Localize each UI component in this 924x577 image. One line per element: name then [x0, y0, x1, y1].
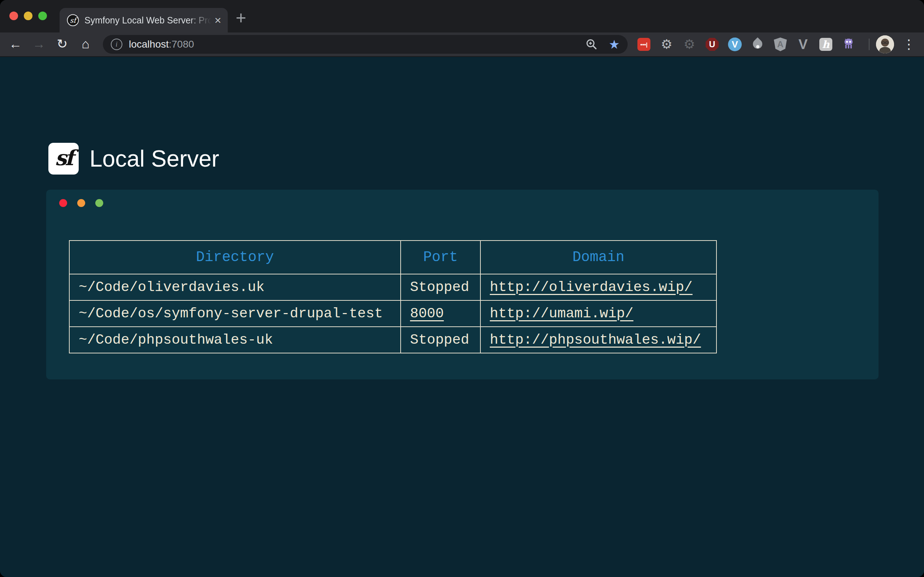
window-minimize-button[interactable] [24, 11, 32, 20]
page-info-icon[interactable]: i [111, 39, 122, 50]
address-bar[interactable]: i localhost:7080 ★ [103, 35, 628, 54]
port-cell: 8000 [401, 300, 480, 327]
lastpass-icon[interactable]: •••| [637, 37, 651, 52]
home-button-icon[interactable]: ⌂ [76, 32, 95, 56]
gear-disabled-icon[interactable]: ⚙ [682, 37, 696, 52]
back-button-icon[interactable]: ← [6, 32, 24, 56]
domain-cell: http://umami.wip/ [480, 300, 716, 327]
extensions-bar: •••|⚙⚙UVAVh [637, 37, 856, 52]
directory-cell: ~/Code/os/symfony-server-drupal-test [69, 300, 401, 327]
panel-dot-green [95, 199, 103, 207]
vue-icon[interactable]: V [796, 37, 810, 52]
port-link[interactable]: 8000 [410, 306, 444, 322]
profile-avatar[interactable] [876, 35, 894, 53]
symfony-favicon-icon: sf [67, 14, 79, 26]
browser-menu-icon[interactable]: ⋮ [901, 37, 916, 52]
panel-dot-red [59, 199, 67, 207]
domain-cell: http://phpsouthwales.wip/ [480, 327, 716, 353]
domain-link[interactable]: http://phpsouthwales.wip/ [490, 332, 701, 348]
reload-button-icon[interactable]: ↻ [53, 32, 71, 56]
symfony-logo-icon: sf [48, 143, 79, 174]
zoom-indicator-icon[interactable] [585, 38, 598, 51]
servers-table: Directory Port Domain ~/Code/oliverdavie… [69, 240, 717, 353]
url-port: :7080 [169, 39, 194, 50]
drupal-icon[interactable] [750, 37, 765, 52]
column-header-port: Port [401, 240, 480, 274]
window-zoom-button[interactable] [38, 11, 47, 20]
table-row: ~/Code/os/symfony-server-drupal-test8000… [69, 300, 716, 327]
column-header-directory: Directory [69, 240, 401, 274]
tab-title: Symfony Local Web Server: Prox [84, 15, 212, 26]
page-title: Local Server [89, 145, 219, 172]
window-controls [10, 11, 47, 20]
window-close-button[interactable] [10, 11, 18, 20]
forward-button-icon: → [30, 32, 48, 56]
angular-icon[interactable]: A [773, 37, 788, 52]
column-header-domain: Domain [480, 240, 716, 274]
port-cell: Stopped [401, 327, 480, 353]
octotree-github-icon[interactable] [842, 37, 856, 52]
bookmark-star-icon[interactable]: ★ [609, 38, 620, 50]
browser-tab[interactable]: sf Symfony Local Web Server: Prox × [60, 8, 228, 32]
page-content: sf Local Server Directory Port Domain ~/… [0, 57, 924, 577]
vimium-icon[interactable]: V [728, 37, 742, 52]
panel-dot-orange [77, 199, 85, 207]
directory-cell: ~/Code/phpsouthwales-uk [69, 327, 401, 353]
server-panel: Directory Port Domain ~/Code/oliverdavie… [46, 190, 879, 379]
browser-toolbar: ← → ↻ ⌂ i localhost:7080 ★ •••|⚙⚙UVAVh [0, 32, 924, 57]
toolbar-separator [869, 39, 869, 50]
directory-cell: ~/Code/oliverdavies.uk [69, 274, 401, 300]
h-extension-icon[interactable]: h [819, 37, 833, 52]
ublock-origin-icon[interactable]: U [705, 37, 719, 52]
table-header-row: Directory Port Domain [69, 240, 716, 274]
new-tab-button[interactable]: + [236, 10, 246, 26]
browser-window: sf Symfony Local Web Server: Prox × + ← … [0, 0, 924, 577]
panel-traffic-dots [59, 199, 103, 207]
url-host: localhost [129, 39, 169, 50]
port-cell: Stopped [401, 274, 480, 300]
table-row: ~/Code/oliverdavies.ukStoppedhttp://oliv… [69, 274, 716, 300]
domain-link[interactable]: http://oliverdavies.wip/ [490, 279, 693, 295]
brand-header: sf Local Server [48, 143, 219, 174]
table-row: ~/Code/phpsouthwales-ukStoppedhttp://php… [69, 327, 716, 353]
tab-close-icon[interactable]: × [215, 15, 221, 26]
domain-cell: http://oliverdavies.wip/ [480, 274, 716, 300]
domain-link[interactable]: http://umami.wip/ [490, 306, 633, 322]
tab-strip: sf Symfony Local Web Server: Prox × + [0, 0, 924, 32]
settings-gear-icon[interactable]: ⚙ [659, 37, 674, 52]
url-text: localhost:7080 [129, 39, 194, 50]
